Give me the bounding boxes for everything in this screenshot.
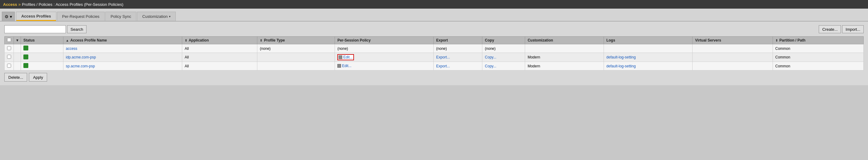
table-row: accessAll(none)(none)(none)(none)Common xyxy=(5,44,864,53)
row-filter-cell xyxy=(14,44,21,53)
import-button[interactable]: Import... xyxy=(842,25,864,33)
edit-link-highlighted[interactable]: Edit... xyxy=(339,55,353,59)
profile-type-sort-icon: ⇕ xyxy=(260,39,262,42)
profile-name-link-0[interactable]: access xyxy=(66,46,77,51)
status-icon-2 xyxy=(23,63,28,68)
row-copy[interactable]: Copy... xyxy=(482,53,525,62)
breadcrumb: Access » Profiles / Policies : Access Pr… xyxy=(3,2,123,7)
tab-access-profiles[interactable]: Access Profiles xyxy=(16,12,56,21)
header-customization: Customization xyxy=(525,37,604,44)
search-right: Create... Import... xyxy=(819,25,864,33)
header-application-label: Application xyxy=(189,38,209,42)
gear-button[interactable]: ⚙ ▾ xyxy=(2,12,15,21)
profile-name-link-1[interactable]: idp.acme.com-psp xyxy=(66,55,96,59)
row-checkbox-1[interactable] xyxy=(7,55,11,59)
row-checkbox-2[interactable] xyxy=(7,64,11,68)
header-name[interactable]: ▲ Access Profile Name xyxy=(63,37,182,44)
tab-per-request-policies[interactable]: Per-Request Policies xyxy=(57,12,105,21)
header-select-all[interactable] xyxy=(5,37,14,44)
delete-button[interactable]: Delete... xyxy=(4,73,27,82)
header-application[interactable]: ⇕ Application xyxy=(182,37,257,44)
apply-button[interactable]: Apply xyxy=(29,73,47,82)
create-button[interactable]: Create... xyxy=(819,25,841,33)
row-profile-name[interactable]: sp.acme.com-psp xyxy=(63,62,182,70)
row-status xyxy=(21,62,63,70)
table-row: idp.acme.com-pspAll Edit... Export...Cop… xyxy=(5,53,864,62)
row-customization: Modern xyxy=(525,62,604,70)
row-checkbox-0[interactable] xyxy=(7,46,11,50)
search-input[interactable] xyxy=(4,25,66,33)
edit-btn-highlighted[interactable]: Edit... xyxy=(337,54,354,60)
row-per-session-policy[interactable]: Edit... xyxy=(335,62,434,70)
header-export: Export xyxy=(434,37,482,44)
row-profile-type: (none) xyxy=(257,44,335,53)
tab-access-profiles-label: Access Profiles xyxy=(21,14,51,19)
customization-dropdown-arrow: ▾ xyxy=(169,15,170,18)
row-partition-path: Common xyxy=(773,53,863,62)
row-virtual-servers xyxy=(692,44,773,53)
row-logs[interactable]: default-log-setting xyxy=(603,62,692,70)
row-export[interactable]: Export... xyxy=(434,62,482,70)
header-partition-path[interactable]: ⇕ Partition / Path xyxy=(773,37,863,44)
select-all-checkbox[interactable] xyxy=(7,38,11,42)
row-filter-cell xyxy=(14,62,21,70)
header-profile-type[interactable]: ⇕ Profile Type xyxy=(257,37,335,44)
header-copy: Copy xyxy=(482,37,525,44)
row-partition-path: Common xyxy=(773,44,863,53)
row-profile-name[interactable]: idp.acme.com-psp xyxy=(63,53,182,62)
row-profile-type xyxy=(257,62,335,70)
row-virtual-servers xyxy=(692,62,773,70)
header-virtual-servers: Virtual Servers xyxy=(692,37,773,44)
logs-link-2[interactable]: default-log-setting xyxy=(607,64,636,68)
row-logs xyxy=(603,44,692,53)
action-row: Delete... Apply xyxy=(4,73,864,82)
top-nav-bar: Access » Profiles / Policies : Access Pr… xyxy=(0,0,868,9)
copy-link-2[interactable]: Copy... xyxy=(485,64,496,68)
edit-icon-2 xyxy=(337,64,341,68)
header-profile-type-label: Profile Type xyxy=(264,38,285,42)
row-export: (none) xyxy=(434,44,482,53)
row-customization: Modern xyxy=(525,53,604,62)
row-customization xyxy=(525,44,604,53)
row-copy[interactable]: Copy... xyxy=(482,62,525,70)
tab-policy-sync[interactable]: Policy Sync xyxy=(105,12,136,21)
header-customization-label: Customization xyxy=(528,38,553,42)
search-row: Search Create... Import... xyxy=(4,25,864,33)
tab-bar: ⚙ ▾ Access Profiles Per-Request Policies… xyxy=(0,9,868,22)
header-filter[interactable]: ▾ xyxy=(14,37,21,44)
header-export-label: Export xyxy=(436,38,448,42)
edit-icon-highlighted xyxy=(339,55,342,59)
export-link-2[interactable]: Export... xyxy=(436,64,450,68)
header-per-session-label: Per-Session Policy xyxy=(337,38,371,42)
partition-sort-icon: ⇕ xyxy=(775,39,778,42)
profile-name-link-2[interactable]: sp.acme.com-psp xyxy=(66,64,95,68)
edit-link-2[interactable]: Edit... xyxy=(337,64,351,68)
breadcrumb-access-link[interactable]: Access xyxy=(3,2,17,7)
tab-policy-sync-label: Policy Sync xyxy=(111,14,131,19)
table-header-row: ▾ Status ▲ Access Profile Name ⇕ Applica… xyxy=(5,37,864,44)
header-logs: Logs xyxy=(603,37,692,44)
row-application: All xyxy=(182,62,257,70)
header-virtual-servers-label: Virtual Servers xyxy=(695,38,721,42)
search-button[interactable]: Search xyxy=(67,25,87,33)
main-content: Search Create... Import... ▾ Status ▲ Ac… xyxy=(0,22,868,85)
header-per-session-policy: Per-Session Policy xyxy=(335,37,434,44)
export-link-1[interactable]: Export... xyxy=(436,55,450,59)
header-partition-label: Partition / Path xyxy=(779,38,806,42)
copy-link-1[interactable]: Copy... xyxy=(485,55,496,59)
row-profile-type xyxy=(257,53,335,62)
header-name-label: Access Profile Name xyxy=(70,38,107,42)
row-status xyxy=(21,44,63,53)
breadcrumb-current: Profiles / Policies : Access Profiles (P… xyxy=(22,2,123,7)
application-sort-icon: ⇕ xyxy=(185,39,187,42)
header-status: Status xyxy=(21,37,63,44)
tab-customization[interactable]: Customization ▾ xyxy=(137,12,176,21)
row-export[interactable]: Export... xyxy=(434,53,482,62)
row-logs[interactable]: default-log-setting xyxy=(603,53,692,62)
row-profile-name[interactable]: access xyxy=(63,44,182,53)
logs-link-1[interactable]: default-log-setting xyxy=(607,55,636,59)
status-icon-0 xyxy=(23,45,28,51)
status-icon-1 xyxy=(23,55,28,59)
header-status-label: Status xyxy=(23,38,35,42)
row-per-session-policy[interactable]: Edit... xyxy=(335,53,434,62)
